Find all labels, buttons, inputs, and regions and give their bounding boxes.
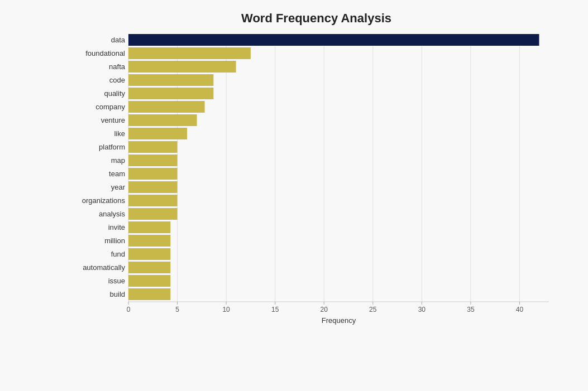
bar-label: analysis	[99, 210, 125, 218]
bar-label: team	[109, 170, 125, 178]
bar-label: quality	[104, 89, 125, 98]
bar-label: build	[110, 290, 125, 298]
bar-fill	[128, 275, 170, 287]
bar-fill	[128, 74, 213, 86]
bar-label: company	[95, 103, 125, 111]
x-axis-tick-label: 25	[369, 306, 377, 313]
bar-fill	[128, 195, 178, 206]
x-axis-title: Frequency	[322, 316, 356, 325]
bar-fill	[128, 141, 178, 153]
bar-label: code	[109, 76, 125, 84]
bar-label: platform	[99, 143, 125, 151]
bar-fill	[128, 288, 170, 300]
bar-fill	[128, 221, 170, 233]
bar-chart: datafoundationalnaftacodequalitycompanyv…	[67, 31, 566, 330]
bar-fill	[128, 128, 187, 139]
bar-fill	[128, 181, 178, 193]
bar-fill	[128, 208, 178, 220]
bar-fill	[128, 101, 205, 113]
bar-fill	[128, 248, 170, 260]
x-axis-tick-label: 20	[321, 306, 328, 313]
bar-label: nafta	[109, 62, 126, 71]
bar-fill	[128, 235, 170, 247]
x-axis-tick-label: 5	[175, 306, 179, 313]
bar-fill	[128, 34, 539, 46]
bar-label: million	[104, 236, 125, 245]
bar-label: invite	[108, 223, 125, 231]
x-axis-tick-label: 30	[418, 306, 426, 313]
bar-label: issue	[108, 277, 125, 285]
x-axis-tick-label: 35	[467, 306, 475, 313]
bar-label: venture	[101, 116, 125, 124]
x-axis-tick-label: 0	[127, 306, 131, 313]
bar-label: automatically	[83, 263, 125, 272]
x-axis-tick-label: 15	[271, 306, 279, 313]
bar-fill	[128, 47, 251, 59]
bar-label: foundational	[85, 49, 125, 57]
bar-fill	[128, 168, 178, 180]
bar-label: fund	[111, 250, 125, 258]
bar-label: like	[114, 129, 125, 138]
bar-fill	[128, 88, 213, 99]
bar-fill	[128, 155, 178, 166]
bar-label: data	[111, 36, 126, 44]
x-axis-tick-label: 40	[516, 306, 524, 313]
bar-fill	[128, 114, 197, 126]
chart-container: Word Frequency Analysis datafoundational…	[0, 0, 588, 391]
bar-label: map	[111, 156, 125, 165]
bar-fill	[128, 61, 236, 73]
chart-title: Word Frequency Analysis	[67, 11, 566, 26]
bar-label: organizations	[82, 196, 126, 205]
x-axis-tick-label: 10	[222, 306, 230, 313]
bar-label: year	[111, 183, 126, 191]
bar-fill	[128, 262, 170, 273]
